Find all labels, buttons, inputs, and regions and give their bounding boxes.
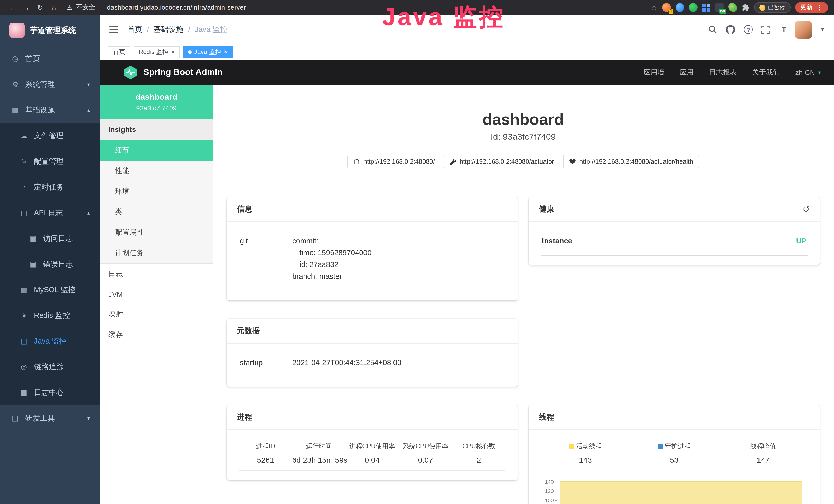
breadcrumb-home[interactable]: 首页 [127,25,142,35]
sidebar-item-label: 定时任务 [34,182,64,192]
nav-journal[interactable]: 日志报表 [709,68,737,77]
sidebar-item-file-manage[interactable]: ☁ 文件管理 [0,123,100,148]
tab-label: Java 监控 [194,47,221,56]
sidebar-toggle-icon[interactable] [109,26,118,33]
sidebar-item-api-log[interactable]: ▤ API 日志 ▴ [0,200,100,225]
home-icon[interactable]: ⌂ [48,1,60,14]
sidebar-item-log-center[interactable]: ▤ 日志中心 [0,380,100,405]
service-url-button[interactable]: http://192.168.0.2:48080/ [347,155,441,168]
leaf-extension-icon[interactable] [728,3,737,12]
sidebar-item-label: 链路追踪 [34,362,64,371]
tab-home[interactable]: 首页 [108,46,130,58]
sidebar-item-system[interactable]: ⚙ 系统管理 ▾ [0,71,100,97]
chevron-down-icon: ▾ [87,415,90,421]
document-icon: ▤ [20,208,28,217]
active-dot-icon [188,50,192,54]
locale-selector[interactable]: zh-CN ▾ [795,69,821,76]
chevron-down-icon: ▾ [818,69,821,76]
sidebar-item-infrastructure[interactable]: ▦ 基础设施 ▴ [0,97,100,123]
tab-redis-monitor[interactable]: Redis 监控 × [134,46,180,58]
menu-item-metrics[interactable]: 性能 [100,161,213,181]
sba-header: Spring Boot Admin 应用墙 应用 日志报表 关于我们 zh-CN… [100,60,834,85]
fox-extension-icon[interactable]: 1 [662,3,671,12]
breadcrumb-infrastructure[interactable]: 基础设施 [154,25,183,35]
font-size-icon[interactable]: TT [778,25,786,33]
sidebar-item-access-log[interactable]: ▣ 访问日志 [0,225,100,251]
toolbox-icon: ◰ [11,414,20,422]
instance-header[interactable]: dashboard 93a3fc7f7409 [100,85,213,119]
card-title: 信息 [237,204,252,214]
fullscreen-icon[interactable] [762,25,770,33]
url-text[interactable]: dashboard.yudao.iocoder.cn/infra/admin-s… [107,4,246,11]
chevron-down-icon[interactable]: ▾ [821,26,824,33]
live-threads-legend-swatch [569,444,574,449]
nav-wallboard[interactable]: 应用墙 [643,68,664,77]
threads-card: 线程 活动线程 143 守护进程 [529,405,820,504]
menu-item-environment[interactable]: 环境 [100,181,213,202]
info-key: git [240,235,292,282]
back-icon[interactable]: ← [6,1,19,14]
bookmark-star-icon[interactable]: ☆ [651,3,657,12]
app-logo-row[interactable]: 芋道管理系统 [0,15,100,46]
extensions-puzzle-icon[interactable] [742,4,749,11]
sidebar-item-dev-tools[interactable]: ◰ 研发工具 ▾ [0,405,100,431]
sidebar-item-error-log[interactable]: ▣ 错误日志 [0,251,100,277]
sidebar-item-home[interactable]: ◷ 首页 [0,46,100,71]
search-icon[interactable] [709,25,717,34]
info-value: commit: time: 1596289704000 id: 27aa832 … [292,235,504,282]
help-icon[interactable]: ? [744,25,753,34]
menu-item-beans[interactable]: 类 [100,202,213,222]
paused-badge[interactable]: 已暂停 [754,2,791,13]
browser-menu-icon[interactable]: ⋮ [816,4,823,11]
close-icon[interactable]: × [171,49,175,55]
forward-icon[interactable]: → [20,1,32,14]
menu-item-mappings[interactable]: 映射 [100,304,213,324]
history-icon[interactable]: ↺ [803,204,810,214]
java-icon: ◫ [20,337,28,345]
sidebar-item-label: 错误日志 [43,259,73,269]
tab-java-monitor[interactable]: Java 监控 × [183,46,233,58]
breadcrumb-current: Java 监控 [195,25,227,35]
menu-item-scheduled-tasks[interactable]: 计划任务 [100,243,213,264]
actuator-url-button[interactable]: http://192.168.0.2:48080/actuator [444,155,560,168]
info-row-git: git commit: time: 1596289704000 id: 27aa… [239,231,505,291]
instance-name: dashboard [105,92,207,102]
sidebar-item-label: Redis 监控 [34,311,70,320]
annotation-text: Java 监控 [382,1,505,33]
menu-item-config-props[interactable]: 配置属性 [100,222,213,243]
nav-applications[interactable]: 应用 [680,68,694,77]
blue-extension-icon[interactable] [675,3,684,12]
sidebar-item-scheduled-jobs[interactable]: ◔ 定时任务 [0,174,100,200]
nav-about[interactable]: 关于我们 [752,68,780,77]
sidebar-item-mysql-monitor[interactable]: ▥ MySQL 监控 [0,277,100,302]
smiley-icon [759,4,765,10]
sidebar-item-java-monitor[interactable]: ◫ Java 监控 [0,328,100,354]
eye-icon: ◎ [20,363,28,371]
gear-icon: ⚙ [11,80,20,88]
document-icon: ▣ [29,234,38,243]
grid-extension-icon[interactable] [702,3,710,12]
github-icon[interactable] [726,25,736,34]
header-actions: ? TT ▾ [709,21,824,38]
health-url-button[interactable]: http://192.168.0.2:48080/actuator/health [563,155,699,168]
detail-cards: 信息 git commit: time: 1596289704000 id: 2… [226,197,820,504]
infrastructure-submenu: ☁ 文件管理 ✎ 配置管理 ◔ 定时任务 ▤ API 日志 ▴ ▣ [0,123,100,405]
close-icon[interactable]: × [224,49,227,55]
instance-title: dashboard [226,110,820,129]
update-button[interactable]: 更新 ⋮ [795,2,828,13]
menu-item-jvm[interactable]: JVM [100,284,213,304]
sidebar-item-redis-monitor[interactable]: ◈ Redis 监控 [0,302,100,328]
menu-item-details[interactable]: 细节 [100,140,213,161]
menu-item-loggers[interactable]: 日志 [100,264,213,284]
sba-content: dashboard Id: 93a3fc7f7409 http://192.16… [213,85,834,504]
address-bar[interactable]: ⚠ 不安全 dashboard.yudao.iocoder.cn/infra/a… [67,3,246,12]
reload-icon[interactable]: ↻ [34,1,46,14]
heartbeat-icon [569,158,576,165]
menu-item-caches[interactable]: 缓存 [100,324,213,345]
user-avatar[interactable] [795,21,812,38]
sidebar-item-config-manage[interactable]: ✎ 配置管理 [0,148,100,174]
sidebar-item-tracing[interactable]: ◎ 链路追踪 [0,354,100,380]
metadata-row-startup: startup 2021-04-27T00:44:31.254+08:00 [239,353,505,377]
proxy-extension-icon[interactable]: on [715,3,724,12]
green-extension-icon[interactable] [688,3,697,12]
